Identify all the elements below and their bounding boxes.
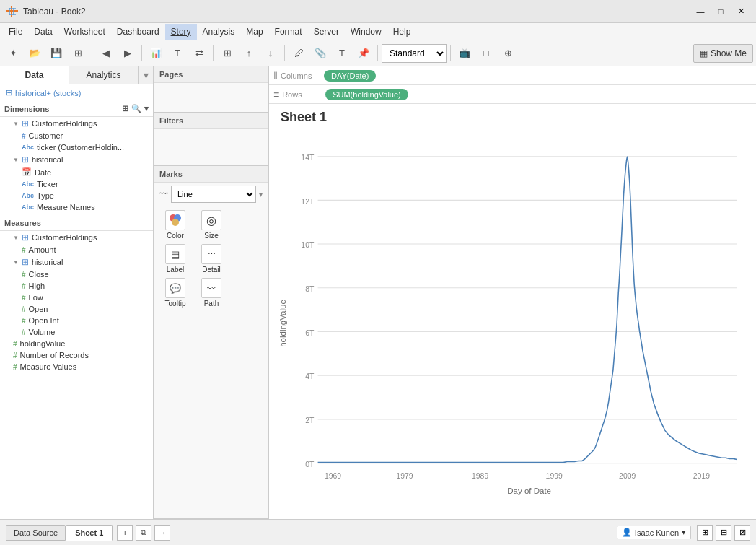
toolbar-group[interactable]: ⊞ (217, 43, 237, 64)
new-sheet-btn[interactable]: + (117, 525, 133, 541)
tree-group-historical-dim[interactable]: ▼ ⊞ historical (0, 153, 153, 166)
show-me-button[interactable]: ▦ Show Me (693, 44, 753, 63)
maximize-button[interactable]: □ (711, 4, 730, 19)
columns-pill[interactable]: DAY(Date) (324, 70, 376, 82)
fit-width-btn[interactable]: ⊞ (697, 525, 713, 541)
grid-icon[interactable]: ⊞ (122, 104, 128, 113)
search-icon[interactable]: 🔍 (131, 104, 141, 113)
field-customer[interactable]: # Customer (0, 130, 153, 141)
field-volume[interactable]: # Volume (0, 326, 153, 338)
menu-worksheet[interactable]: Worksheet (58, 24, 111, 40)
toolbar-sep-6 (450, 45, 451, 61)
toolbar-pin[interactable]: 📌 (353, 43, 374, 64)
marks-dropdown-arrow[interactable]: ▾ (259, 191, 263, 199)
field-close[interactable]: # Close (0, 269, 153, 280)
tree-group-customerholdings-meas[interactable]: ▼ ⊞ CustomerHoldings (0, 231, 153, 244)
chart-svg: holdingValue 0T 2T 4T 6T 8T 10T 12T 14T (276, 135, 744, 512)
menu-map[interactable]: Map (240, 24, 268, 40)
menu-file[interactable]: File (3, 24, 28, 40)
toolbar: ✦ 📂 💾 ⊞ ◀ ▶ 📊 T ⇄ ⊞ ↑ ↓ 🖊 📎 T 📌 Standard… (0, 40, 756, 66)
move-sheet-btn[interactable]: → (154, 525, 170, 541)
menu-data[interactable]: Data (28, 24, 58, 40)
abc-icon: Abc (22, 144, 34, 151)
toolbar-forward[interactable]: ▶ (118, 43, 138, 64)
field-volume-label: Volume (29, 328, 56, 336)
tree-group-customerholdings-dim[interactable]: ▼ ⊞ CustomerHoldings (0, 117, 153, 130)
toolbar-highlight[interactable]: 🖊 (289, 43, 309, 64)
marks-color-btn[interactable]: Color (159, 210, 191, 240)
tab-analytics[interactable]: Analytics (69, 66, 139, 84)
field-measurevalues[interactable]: # Measure Values (0, 361, 153, 372)
marks-detail-btn[interactable]: ⋯ Detail (195, 244, 227, 274)
toolbar-back[interactable]: ◀ (96, 43, 116, 64)
chart-title: Sheet 1 (269, 104, 756, 128)
tooltip-btn-icon: 💬 (165, 278, 185, 298)
view-standard-dropdown[interactable]: Standard (382, 44, 447, 63)
marks-size-btn[interactable]: ◎ Size (195, 210, 227, 240)
toolbar-save[interactable]: 💾 (46, 43, 66, 64)
toolbar-add-datasource[interactable]: ⊞ (68, 43, 88, 64)
marks-label-btn[interactable]: ▤ Label (159, 244, 191, 274)
field-type[interactable]: Abc Type (0, 190, 153, 201)
toolbar-present[interactable]: 📺 (454, 43, 475, 64)
toolbar-annotate[interactable]: 📎 (310, 43, 330, 64)
toolbar-sep-3 (213, 45, 214, 61)
sheet-tab-1[interactable]: Sheet 1 (66, 525, 113, 541)
field-low[interactable]: # Low (0, 292, 153, 303)
duplicate-sheet-btn[interactable]: ⧉ (136, 525, 151, 541)
menu-analysis[interactable]: Analysis (197, 24, 241, 40)
menu-window[interactable]: Window (345, 24, 387, 40)
menu-story[interactable]: Story (165, 24, 197, 40)
menu-help[interactable]: Help (387, 24, 417, 40)
y-tick-2t: 2T (305, 417, 315, 424)
hash-low: # (22, 294, 26, 302)
menu-format[interactable]: Format (269, 24, 308, 40)
toolbar-label[interactable]: T (332, 43, 352, 64)
data-source-item[interactable]: ⊞ historical+ (stocks) (0, 84, 153, 101)
panel-menu-btn[interactable]: ▾ (139, 66, 153, 84)
field-numrecords[interactable]: # Number of Records (0, 349, 153, 361)
svg-point-8 (172, 219, 179, 226)
toolbar-sort-desc[interactable]: ↓ (260, 43, 281, 64)
line-chart-icon: 〰 (159, 189, 168, 199)
layout-btn[interactable]: ⊠ (734, 525, 750, 541)
field-ticker-hist[interactable]: Abc Ticker (0, 178, 153, 190)
tab-data[interactable]: Data (0, 66, 69, 84)
field-date[interactable]: 📅 Date (0, 166, 153, 178)
toolbar-sort-asc[interactable]: ↑ (239, 43, 259, 64)
toolbar-new[interactable]: ✦ (3, 43, 23, 64)
close-button[interactable]: ✕ (731, 4, 750, 19)
field-measure-names-label: Measure Names (37, 203, 95, 212)
toolbar-swap[interactable]: ⇄ (189, 43, 209, 64)
menu-server[interactable]: Server (308, 24, 345, 40)
full-screen-btn[interactable]: ⊟ (716, 525, 731, 541)
toolbar-sep-5 (377, 45, 378, 61)
toolbar-text[interactable]: T (167, 43, 188, 64)
field-measure-names[interactable]: Abc Measure Names (0, 201, 153, 213)
field-high[interactable]: # High (0, 280, 153, 292)
toolbar-chart-type[interactable]: 📊 (146, 43, 166, 64)
marks-type-dropdown[interactable]: Line Bar Circle Area (171, 186, 256, 203)
datasource-tab[interactable]: Data Source (6, 525, 66, 541)
hash-hv: # (13, 340, 17, 348)
toolbar-duplicate[interactable]: □ (476, 43, 496, 64)
toolbar-open[interactable]: 📂 (25, 43, 45, 64)
minimize-button[interactable]: — (691, 4, 710, 19)
measures-header: Measures (0, 216, 153, 231)
field-open[interactable]: # Open (0, 303, 153, 315)
size-btn-icon: ◎ (201, 210, 221, 230)
user-dropdown[interactable]: 👤 Isaac Kunen ▾ (617, 526, 691, 539)
toolbar-share[interactable]: ⊕ (498, 43, 518, 64)
datasource-tab-label: Data Source (14, 528, 58, 537)
options-icon[interactable]: ▾ (144, 104, 149, 113)
field-holdingvalue[interactable]: # holdingValue (0, 338, 153, 349)
field-amount[interactable]: # Amount (0, 244, 153, 256)
filters-title: Filters (154, 113, 268, 129)
field-ticker[interactable]: Abc ticker (CustomerHoldin... (0, 141, 153, 153)
tree-group-historical-meas[interactable]: ▼ ⊞ historical (0, 256, 153, 269)
rows-pill[interactable]: SUM(holdingValue) (325, 89, 408, 100)
marks-path-btn[interactable]: 〰 Path (195, 278, 227, 308)
menu-dashboard[interactable]: Dashboard (111, 24, 165, 40)
field-openint[interactable]: # Open Int (0, 315, 153, 326)
marks-tooltip-btn[interactable]: 💬 Tooltip (159, 278, 191, 308)
